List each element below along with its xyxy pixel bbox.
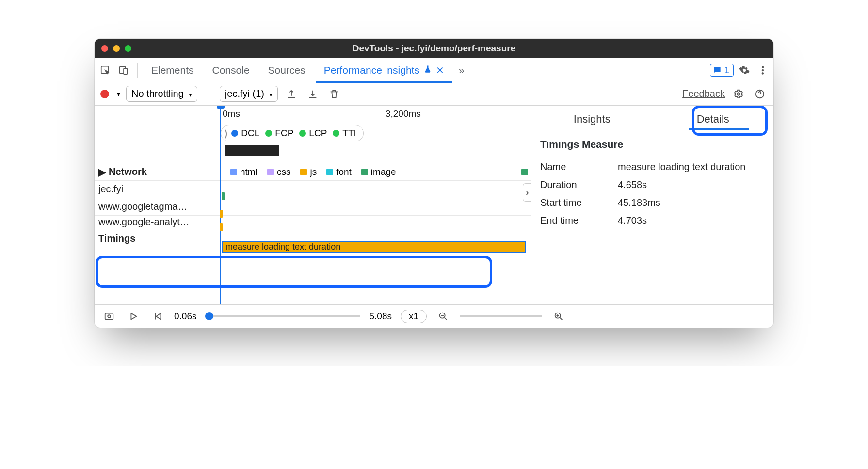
zoom-in-icon[interactable] <box>551 309 566 324</box>
play-icon[interactable] <box>126 309 141 324</box>
main-area: 0ms 3,200ms ) DCL FCP LCP TTI ▶ Network <box>95 106 773 304</box>
timings-row[interactable]: Timings measure loading text duration <box>95 229 531 248</box>
recording-select[interactable]: jec.fyi (1) <box>220 86 278 102</box>
filmstrip-thumb <box>225 145 279 156</box>
annotation-highlight-timings <box>96 256 492 288</box>
v: measure loading text duration <box>618 161 746 172</box>
legend-html-icon <box>230 169 237 175</box>
network-label: ▶ Network <box>95 166 216 178</box>
chevron-down-icon <box>187 88 192 99</box>
titlebar: DevTools - jec.fyi/demo/perf-measure <box>95 39 773 58</box>
record-menu-caret[interactable] <box>115 90 120 98</box>
issues-count: 1 <box>724 65 729 76</box>
kv-start: Start time45.183ms <box>540 194 765 212</box>
zoom-slider[interactable] <box>460 315 542 317</box>
legend-image: image <box>371 167 396 177</box>
feedback-link[interactable]: Feedback <box>682 88 725 99</box>
tick-0: 0ms <box>223 109 240 119</box>
request-mark[interactable] <box>220 210 223 218</box>
throttling-select[interactable]: No throttling <box>126 86 197 102</box>
import-icon[interactable] <box>305 86 321 102</box>
collapse-sidebar-icon[interactable]: › <box>523 183 531 202</box>
export-icon[interactable] <box>284 86 299 102</box>
legend-js: js <box>310 167 317 177</box>
tab-details[interactable]: Details <box>653 106 774 133</box>
playback-end-time: 5.08s <box>369 311 391 322</box>
zoom-out-icon[interactable] <box>435 309 451 324</box>
svg-rect-2 <box>124 68 127 74</box>
slider-thumb[interactable] <box>205 312 213 320</box>
tab-label: Performance insights <box>324 64 419 76</box>
flask-icon <box>423 64 432 76</box>
kv-duration: Duration4.658s <box>540 176 765 194</box>
net-row-2[interactable]: www.google-analyt… <box>95 215 531 229</box>
delete-icon[interactable] <box>326 86 342 102</box>
timings-label: Timings <box>95 233 216 244</box>
legend-css-icon <box>267 169 274 175</box>
tab-sources[interactable]: Sources <box>260 58 313 82</box>
close-tab-icon[interactable]: ✕ <box>436 64 444 76</box>
throttling-value: No throttling <box>131 88 184 99</box>
kebab-menu-icon[interactable] <box>755 63 771 78</box>
network-label-text: Network <box>109 166 147 177</box>
panel-settings-gear-icon[interactable] <box>731 86 746 102</box>
recording-value: jec.fyi (1) <box>225 88 264 99</box>
details-pane: Insights Details Timings Measure Namemea… <box>531 106 773 304</box>
timeline-pane[interactable]: 0ms 3,200ms ) DCL FCP LCP TTI ▶ Network <box>95 106 531 304</box>
fcp-dot <box>265 130 272 137</box>
perf-toolbar: No throttling jec.fyi (1) Feedback <box>95 82 773 106</box>
divider <box>137 63 138 78</box>
devtools-window: DevTools - jec.fyi/demo/perf-measure Ele… <box>95 39 773 328</box>
legend-font-icon <box>326 169 333 175</box>
panel-tabstrip: Elements Console Sources Performance ins… <box>95 58 773 82</box>
help-icon[interactable] <box>752 86 768 102</box>
v: 4.703s <box>618 215 647 226</box>
tab-console[interactable]: Console <box>205 58 257 82</box>
chevron-down-icon <box>267 88 273 99</box>
playhead-handle[interactable] <box>217 106 225 109</box>
svg-point-5 <box>762 72 764 74</box>
playback-speed[interactable]: x1 <box>401 310 427 323</box>
k: Start time <box>540 197 618 208</box>
legend-font: font <box>336 167 352 177</box>
metric-fcp: FCP <box>275 128 293 139</box>
k: Name <box>540 161 618 172</box>
time-slider[interactable] <box>205 315 360 317</box>
net-row-label: www.googletagma… <box>95 201 216 212</box>
details-heading: Timings Measure <box>540 139 765 150</box>
request-mark[interactable] <box>222 192 225 200</box>
timing-bar-label: measure loading text duration <box>225 242 340 252</box>
issues-badge[interactable]: 1 <box>710 64 734 77</box>
tab-elements[interactable]: Elements <box>144 58 202 82</box>
net-row-label: jec.fyi <box>95 184 216 195</box>
tab-performance-insights[interactable]: Performance insights ✕ <box>316 58 452 82</box>
metric-tti: TTI <box>342 128 356 139</box>
metric-lcp: LCP <box>309 128 327 139</box>
svg-point-9 <box>108 315 111 318</box>
time-axis: 0ms 3,200ms <box>95 106 531 122</box>
window-title: DevTools - jec.fyi/demo/perf-measure <box>101 43 767 54</box>
record-button[interactable] <box>100 90 109 98</box>
network-header-row[interactable]: ▶ Network html css js font image <box>95 163 531 180</box>
legend-image-icon <box>361 169 368 175</box>
net-row-1[interactable]: www.googletagma… <box>95 198 531 215</box>
net-row-label: www.google-analyt… <box>95 217 216 228</box>
tab-insights[interactable]: Insights <box>531 106 653 133</box>
legend-overflow-icon <box>521 169 528 175</box>
timing-measure-bar[interactable]: measure loading text duration <box>222 241 526 253</box>
right-tabs: Insights Details <box>531 106 773 133</box>
device-toggle-icon[interactable] <box>116 63 131 78</box>
tick-1: 3,200ms <box>386 109 421 119</box>
inspect-icon[interactable] <box>97 63 113 78</box>
toggle-visibility-icon[interactable] <box>101 309 117 324</box>
rewind-icon[interactable] <box>150 309 165 324</box>
legend-html: html <box>240 167 257 177</box>
playhead[interactable] <box>220 106 221 304</box>
settings-gear-icon[interactable] <box>737 63 752 78</box>
details-content: Timings Measure Namemeasure loading text… <box>531 133 773 232</box>
net-row-0[interactable]: jec.fyi <box>95 180 531 198</box>
metric-chip-group[interactable]: ) DCL FCP LCP TTI <box>221 125 364 141</box>
playback-bar: 0.06s 5.08s x1 <box>95 304 773 328</box>
legend-css: css <box>277 167 291 177</box>
more-tabs[interactable]: » <box>455 58 468 82</box>
